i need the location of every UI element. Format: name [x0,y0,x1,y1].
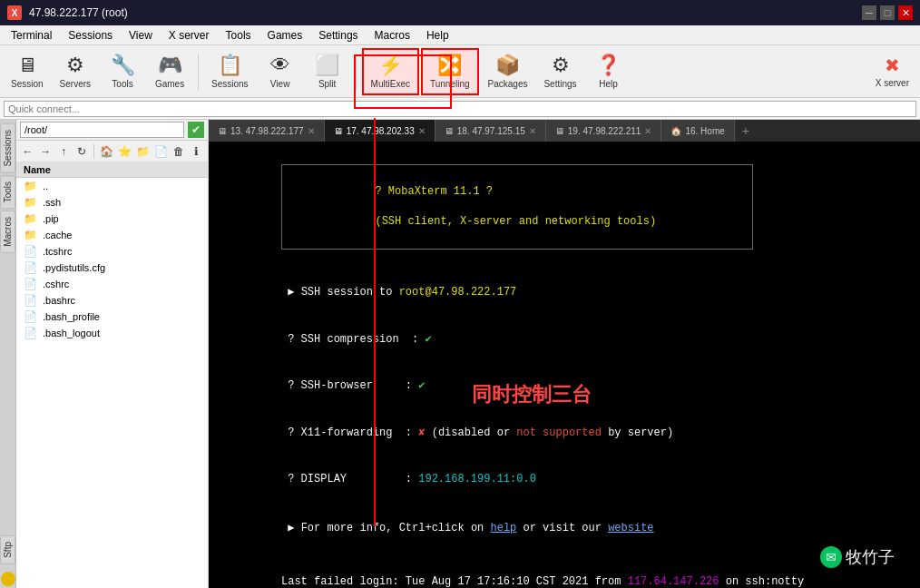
list-item[interactable]: 📁 .cache [16,227,208,243]
terminal-content[interactable]: ? MobaXterm 11.1 ? (SSH client, X-server… [209,142,920,588]
quick-connect-input[interactable] [4,101,916,117]
file-icon: 📄 [24,327,37,339]
nav-up-button[interactable]: ↑ [56,143,72,160]
menu-tools[interactable]: Tools [219,27,259,44]
split-button[interactable]: ⬜ Split [305,48,350,95]
new-tab-button[interactable]: + [735,122,757,140]
list-item[interactable]: 📄 .bashrc [16,292,208,309]
close-button[interactable]: ✕ [898,5,913,20]
menu-view[interactable]: View [122,27,160,44]
properties-button[interactable]: ℹ [189,143,204,160]
terminal-line: ? X11-forwarding : ✘ (disabled or not su… [216,410,913,456]
watermark: ✉ 牧竹子 [809,541,905,573]
tab-3[interactable]: 🖥 18. 47.97.125.15 ✕ [436,120,546,142]
vtab-sessions[interactable]: Sessions [0,123,15,173]
folder-icon: 📁 [24,196,37,209]
delete-button[interactable]: 🗑 [171,143,186,160]
tab-close-1[interactable]: ✕ [308,126,315,136]
menu-macros[interactable]: Macros [367,27,417,44]
tab-icon-4: 🖥 [555,126,564,136]
list-item[interactable]: 📁 .. [16,178,208,194]
new-folder-button[interactable]: 📁 [135,143,151,160]
new-file-button[interactable]: 📄 [153,143,169,160]
tools-button[interactable]: 🔧 Tools [100,48,145,95]
minimize-button[interactable]: ─ [862,5,876,20]
app-icon: X [7,5,22,20]
home-tab-icon: 🏠 [670,126,681,136]
tab-close-4[interactable]: ✕ [644,126,651,136]
settings-button[interactable]: ⚙ Settings [536,48,583,95]
multiexec-icon: ⚡ [378,54,403,77]
multiexec-button[interactable]: ⚡ MultiExec [362,48,419,95]
file-toolbar: ← → ↑ ↻ 🏠 ⭐ 📁 📄 🗑 ℹ [16,141,208,162]
games-button[interactable]: 🎮 Games [147,48,192,95]
menu-games[interactable]: Games [260,27,310,44]
vtab-tools[interactable]: Tools [0,175,15,209]
packages-button[interactable]: 📦 Packages [481,48,535,95]
menu-settings[interactable]: Settings [311,27,365,44]
nav-forward-button[interactable]: → [38,143,54,160]
sidebar: Sessions Tools Macros Sftp ✔ [0,120,209,588]
xserver-button[interactable]: ✖ X server [868,48,916,95]
help-icon: ❓ [596,54,621,77]
tunneling-button[interactable]: 🔀 Tunneling [421,48,479,95]
terminal-line: ? MobaXterm 11.1 ? (SSH client, X-server… [216,149,913,265]
terminal-line: ? DISPLAY : 192.168.199.11:0.0 [216,456,913,502]
maximize-button[interactable]: □ [880,5,895,20]
path-ok-button[interactable]: ✔ [188,122,204,138]
list-item[interactable]: 📄 .tcshrc [16,243,208,260]
window-title: 47.98.222.177 (root) [29,6,128,19]
toolbar-separator-2 [356,54,357,90]
vtab-macros[interactable]: Macros [0,211,15,253]
sessions-button[interactable]: 📋 Sessions [204,48,256,95]
file-icon: 📄 [24,294,37,307]
list-item[interactable]: 📁 .ssh [16,194,208,211]
servers-button[interactable]: ⚙ Servers [53,48,98,95]
folder-icon: 📁 [24,212,37,225]
folder-icon: 📁 [24,180,37,192]
terminal-line: ? SSH compression : ✔ [216,317,913,362]
vertical-tabs: Sessions Tools Macros Sftp [0,120,16,588]
terminal-area: 🖥 13. 47.98.222.177 ✕ 🖥 17. 47.98.202.33… [209,120,920,588]
home-button[interactable]: 🏠 [99,143,114,160]
list-item[interactable]: 📄 .cshrc [16,276,208,292]
tab-bar: 🖥 13. 47.98.222.177 ✕ 🖥 17. 47.98.202.33… [209,120,920,142]
path-input[interactable] [20,122,184,138]
packages-icon: 📦 [495,54,520,77]
refresh-button[interactable]: ↻ [73,143,89,160]
list-item[interactable]: 📄 .pydistutils.cfg [16,260,208,276]
menu-xserver[interactable]: X server [161,27,217,44]
list-item[interactable]: 📁 .pip [16,211,208,227]
file-icon: 📄 [24,278,37,290]
terminal-line: ▶ For more info, Ctrl+click on help or v… [216,506,913,552]
terminal-line: Last failed login: Tue Aug 17 17:16:10 C… [216,559,913,588]
toolbar: 🖥 Session ⚙ Servers 🔧 Tools 🎮 Games 📋 Se… [0,45,920,98]
settings-icon: ⚙ [552,54,570,77]
menu-sessions[interactable]: Sessions [61,27,120,44]
menu-help[interactable]: Help [419,27,456,44]
menu-terminal[interactable]: Terminal [4,27,59,44]
tab-2[interactable]: 🖥 17. 47.98.202.33 ✕ [325,120,436,142]
tab-1[interactable]: 🖥 13. 47.98.222.177 ✕ [209,120,325,142]
tab-4[interactable]: 🖥 19. 47.98.222.211 ✕ [546,120,662,142]
file-icon: 📄 [24,245,37,258]
bookmark-button[interactable]: ⭐ [117,143,132,160]
list-item[interactable]: 📄 .bash_logout [16,325,208,341]
path-bar: ✔ [16,120,208,141]
red-arrow-line [374,118,376,526]
session-button[interactable]: 🖥 Session [4,48,51,95]
vtab-sftp[interactable]: Sftp [0,535,15,564]
annotation-text: 同时控制三台 [472,381,592,408]
file-icon: 📄 [24,261,37,274]
tab-5[interactable]: 🏠 16. Home [661,120,734,142]
title-bar: X 47.98.222.177 (root) ─ □ ✕ [0,0,920,25]
tab-close-2[interactable]: ✕ [418,126,426,136]
file-panel: ✔ ← → ↑ ↻ 🏠 ⭐ 📁 📄 🗑 ℹ [16,120,208,588]
tab-icon-1: 🖥 [218,126,227,136]
help-button[interactable]: ❓ Help [586,48,631,95]
list-item[interactable]: 📄 .bash_profile [16,309,208,325]
view-icon: 👁 [270,54,290,77]
view-button[interactable]: 👁 View [258,48,303,95]
tab-close-3[interactable]: ✕ [529,126,536,136]
nav-back-button[interactable]: ← [20,143,35,160]
